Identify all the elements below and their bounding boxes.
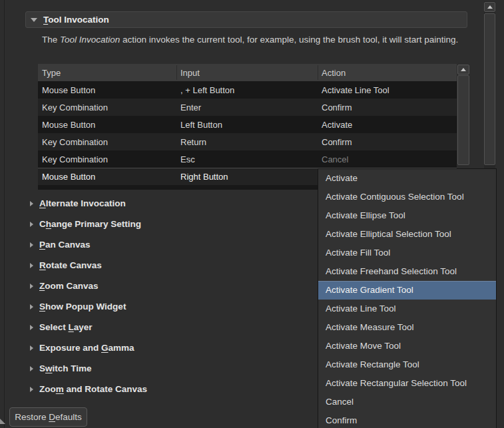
cell-action: Activate Line Tool bbox=[318, 85, 457, 95]
dropdown-item[interactable]: Activate Freehand Selection Tool bbox=[318, 262, 496, 281]
dropdown-item[interactable]: Activate Rectangular Selection Tool bbox=[318, 374, 496, 393]
cell-type: Key Combination bbox=[38, 137, 176, 147]
cell-type: Mouse Button bbox=[38, 120, 176, 130]
cell-input: Esc bbox=[176, 154, 318, 164]
section-header-collapsed[interactable]: Pan Canvas bbox=[25, 234, 305, 255]
arrow-up-icon bbox=[487, 5, 493, 9]
expand-arrow-icon bbox=[30, 222, 33, 227]
dropdown-item[interactable]: Activate Elliptical Selection Tool bbox=[318, 225, 496, 244]
column-header-type[interactable]: Type bbox=[38, 68, 176, 78]
scroll-up-button[interactable] bbox=[457, 65, 469, 75]
expand-arrow-icon bbox=[30, 366, 33, 371]
section-label: Zoom Canvas bbox=[39, 281, 99, 291]
column-header-action[interactable]: Action bbox=[318, 68, 457, 78]
canvas-input-settings-panel: Tool Invocation The Tool Invocation acti… bbox=[0, 0, 504, 428]
dropdown-item-label: Activate bbox=[326, 173, 358, 183]
column-header-input[interactable]: Input bbox=[176, 68, 318, 78]
column-divider bbox=[318, 65, 318, 80]
panel-left-border bbox=[4, 0, 5, 428]
dropdown-item[interactable]: Confirm bbox=[318, 411, 496, 428]
cell-action: Activate bbox=[318, 120, 457, 130]
window-scrollbar-thumb[interactable] bbox=[484, 13, 495, 165]
section-header-collapsed[interactable]: Select Layer bbox=[25, 317, 305, 337]
expand-arrow-icon bbox=[30, 325, 33, 330]
action-dropdown-menu: ActivateActivate Contiguous Selection To… bbox=[318, 168, 497, 428]
cell-type: Key Combination bbox=[38, 103, 176, 112]
table-row[interactable]: Mouse Button Left Button Activate bbox=[38, 116, 457, 133]
cell-input: Right Button bbox=[176, 172, 318, 182]
column-divider bbox=[176, 65, 177, 80]
section-label: Pan Canvas bbox=[39, 240, 91, 250]
section-label: Select Layer bbox=[39, 322, 93, 332]
dropdown-item[interactable]: Activate bbox=[318, 169, 496, 188]
expand-arrow-icon bbox=[30, 304, 33, 310]
expand-arrow-icon bbox=[30, 201, 33, 206]
cell-action: Cancel bbox=[318, 154, 457, 164]
section-label: Alternate Invocation bbox=[39, 198, 126, 208]
dropdown-item[interactable]: Activate Move Tool bbox=[318, 337, 496, 355]
section-header-collapsed[interactable]: Zoom Canvas bbox=[25, 276, 305, 296]
table-header: Type Input Action bbox=[38, 64, 457, 81]
arrow-up-icon bbox=[461, 68, 466, 71]
section-header-collapsed[interactable]: Exposure and Gamma bbox=[25, 337, 305, 358]
cell-type: Key Combination bbox=[38, 154, 176, 164]
section-header-collapsed[interactable]: Rotate Canvas bbox=[25, 255, 305, 276]
section-label: Rotate Canvas bbox=[39, 260, 102, 270]
expand-arrow-icon bbox=[30, 263, 33, 268]
cell-input: Enter bbox=[176, 103, 318, 112]
restore-defaults-button[interactable]: Restore Defaults bbox=[9, 407, 87, 427]
table-row[interactable]: Key Combination Enter Confirm bbox=[38, 99, 457, 116]
dropdown-item-label: Cancel bbox=[326, 397, 354, 407]
dropdown-item[interactable]: Activate Ellipse Tool bbox=[318, 206, 496, 225]
section-header-tool-invocation[interactable]: Tool Invocation bbox=[25, 11, 467, 28]
dropdown-item-label: Activate Line Tool bbox=[326, 304, 396, 314]
section-label: Exposure and Gamma bbox=[39, 343, 134, 353]
section-header-collapsed[interactable]: Show Popup Widget bbox=[25, 296, 305, 317]
collapsed-sections-list: Alternate Invocation Change Primary Sett… bbox=[25, 193, 305, 399]
dropdown-item-label: Activate Fill Tool bbox=[326, 248, 390, 258]
dropdown-item-label: Confirm bbox=[326, 415, 357, 425]
cell-type: Mouse Button bbox=[38, 85, 176, 95]
cell-type: Add shortcut bbox=[38, 189, 176, 190]
dropdown-item-label: Activate Gradient Tool bbox=[326, 285, 413, 295]
scroll-up-button[interactable] bbox=[484, 2, 495, 12]
dropdown-item[interactable]: Activate Rectangle Tool bbox=[318, 355, 496, 374]
cell-action: Confirm bbox=[318, 103, 457, 112]
cell-input: , + Left Button bbox=[176, 85, 318, 95]
expand-arrow-icon bbox=[30, 284, 33, 289]
table-row[interactable]: Mouse Button , + Left Button Activate Li… bbox=[38, 81, 457, 99]
section-label: Zoom and Rotate Canvas bbox=[39, 384, 147, 394]
section-header-collapsed[interactable]: Alternate Invocation bbox=[25, 193, 305, 214]
dropdown-item[interactable]: Cancel bbox=[318, 393, 496, 411]
expand-arrow-icon bbox=[30, 242, 33, 248]
dropdown-item-label: Activate Rectangular Selection Tool bbox=[326, 378, 467, 388]
table-row[interactable]: Key Combination Return Confirm bbox=[38, 133, 457, 150]
section-label: Switch Time bbox=[39, 363, 92, 373]
page-title: Tool Invocation bbox=[43, 15, 109, 25]
cell-type: Mouse Button bbox=[38, 172, 176, 182]
dropdown-item-label: Activate Contiguous Selection Tool bbox=[326, 192, 464, 202]
cell-input: Left Button bbox=[176, 120, 318, 130]
dropdown-item-label: Activate Rectangle Tool bbox=[326, 359, 419, 369]
cell-action: Confirm bbox=[318, 137, 457, 147]
dropdown-item[interactable]: Activate Gradient Tool bbox=[318, 281, 496, 300]
section-description: The Tool Invocation action invokes the c… bbox=[42, 33, 478, 47]
dropdown-item-label: Activate Elliptical Selection Tool bbox=[326, 229, 451, 239]
table-row[interactable]: Key Combination Esc Cancel bbox=[38, 150, 457, 168]
dropdown-item[interactable]: Activate Measure Tool bbox=[318, 318, 496, 337]
expand-arrow-icon bbox=[30, 345, 33, 351]
section-label: Change Primary Setting bbox=[39, 219, 141, 229]
table-scrollbar-thumb[interactable] bbox=[457, 75, 469, 165]
dropdown-item-label: Activate Freehand Selection Tool bbox=[326, 266, 457, 276]
section-header-collapsed[interactable]: Change Primary Setting bbox=[25, 214, 305, 234]
cell-input: Return bbox=[176, 137, 318, 147]
section-header-collapsed[interactable]: Switch Time bbox=[25, 358, 305, 379]
dropdown-item[interactable]: Activate Fill Tool bbox=[318, 244, 496, 262]
dropdown-item[interactable]: Activate Line Tool bbox=[318, 300, 496, 318]
dropdown-item-label: Activate Move Tool bbox=[326, 341, 401, 351]
collapse-arrow-icon bbox=[31, 18, 37, 22]
dropdown-item[interactable]: Activate Contiguous Selection Tool bbox=[318, 188, 496, 206]
expand-arrow-icon bbox=[30, 387, 33, 392]
section-header-collapsed[interactable]: Zoom and Rotate Canvas bbox=[25, 379, 305, 399]
section-label: Show Popup Widget bbox=[39, 302, 126, 312]
